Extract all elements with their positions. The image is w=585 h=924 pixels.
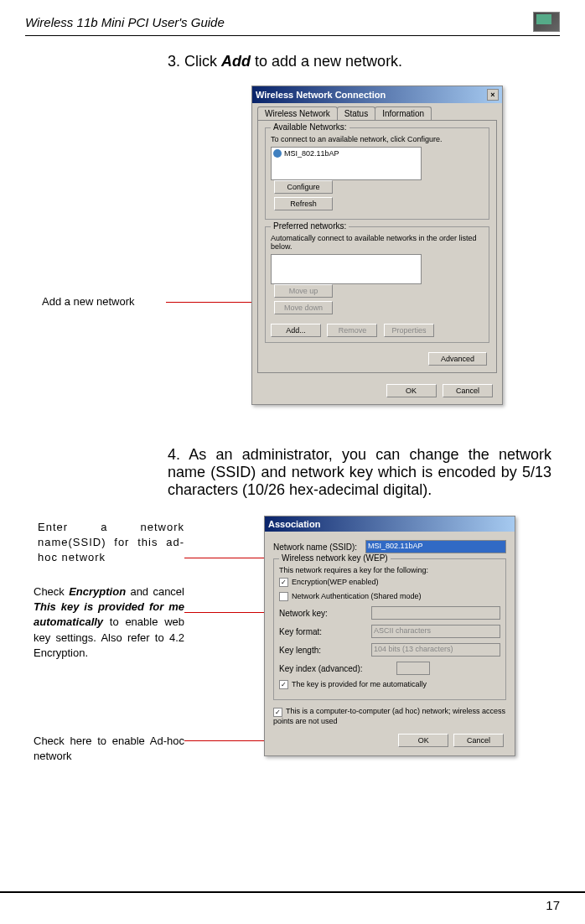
tab-content: Available Networks: To connect to an ava… (257, 120, 497, 373)
screenshot-1-container: Add a new network Wireless Network Conne… (25, 86, 560, 404)
tabs-row: Wireless Network Status Information (252, 103, 502, 120)
dialog-title: Wireless Network Connection (256, 90, 386, 100)
encryption-checkbox[interactable]: ✓ (279, 578, 288, 587)
available-listbox[interactable]: MSI_802.11bAP (271, 147, 422, 180)
ssid-label: Network name (SSID): (273, 542, 365, 552)
keyindex-label: Key index (advanced): (279, 664, 396, 673)
callout-ssid: Enter a network name(SSID) for this ad-h… (38, 520, 184, 566)
wireless-connection-dialog: Wireless Network Connection × Wireless N… (251, 86, 503, 405)
adhoc-checkbox[interactable]: ✓ (273, 708, 282, 717)
step-3-text: 3. Click Add to add a new network. (168, 53, 560, 70)
list-item[interactable]: MSI_802.11bAP (273, 149, 419, 158)
keyformat-select[interactable]: ASCII characters (371, 625, 500, 638)
moveup-button: Move up (274, 284, 333, 298)
ok-button-2[interactable]: OK (398, 734, 448, 747)
association-dialog: Association Network name (SSID): MSI_802… (264, 516, 515, 756)
wep-help: This network requires a key for the foll… (279, 566, 500, 574)
available-networks-fieldset: Available Networks: To connect to an ava… (265, 127, 489, 220)
header-rule (25, 35, 560, 36)
movedown-button: Move down (274, 301, 333, 314)
callout-add-network: Add a new network (42, 295, 135, 308)
dialog2-titlebar: Association (265, 517, 515, 532)
configure-button[interactable]: Configure (274, 180, 333, 194)
dialog-titlebar: Wireless Network Connection × (252, 86, 502, 103)
available-help: To connect to an available network, clic… (271, 135, 484, 143)
tab-information[interactable]: Information (375, 106, 432, 120)
add-button[interactable]: Add... (271, 324, 321, 337)
netauth-label: Network Authentication (Shared mode) (292, 592, 422, 600)
autokey-label: The key is provided for me automatically (292, 680, 427, 688)
encryption-label: Encryption(WEP enabled) (292, 578, 378, 586)
available-legend: Available Networks: (271, 122, 349, 132)
dialog2-body: Network name (SSID): MSI_802.11bAP Wirel… (265, 532, 515, 755)
keylength-select[interactable]: 104 bits (13 characters) (371, 643, 500, 657)
cancel-button-2[interactable]: Cancel (453, 734, 504, 747)
ok-button[interactable]: OK (386, 384, 437, 397)
dialog2-title: Association (268, 519, 320, 529)
adhoc-label: This is a computer-to-computer (ad hoc) … (273, 707, 505, 724)
autokey-checkbox[interactable]: ✓ (279, 680, 288, 689)
close-icon[interactable]: × (487, 89, 499, 101)
page-number: 17 (0, 891, 585, 912)
netauth-checkbox[interactable] (279, 592, 288, 601)
preferred-listbox[interactable] (271, 254, 422, 284)
callout-adhoc: Check here to enable Ad-hoc network (34, 734, 184, 764)
keylength-label: Key length: (279, 646, 371, 655)
tab-status[interactable]: Status (337, 106, 375, 120)
cancel-button[interactable]: Cancel (443, 384, 493, 397)
keyindex-spinner[interactable] (396, 662, 430, 675)
properties-button: Properties (384, 324, 434, 337)
netkey-input[interactable] (371, 606, 500, 620)
keyformat-label: Key format: (279, 627, 371, 636)
refresh-button[interactable]: Refresh (274, 197, 333, 210)
advanced-button[interactable]: Advanced (428, 352, 487, 366)
wifi-icon (273, 149, 282, 158)
ssid-input[interactable]: MSI_802.11bAP (365, 540, 506, 553)
preferred-networks-fieldset: Preferred networks: Automatically connec… (265, 226, 489, 343)
preferred-legend: Preferred networks: (271, 221, 349, 231)
page-header-title: Wireless 11b Mini PCI User's Guide (25, 15, 225, 29)
tab-wireless-network[interactable]: Wireless Network (257, 106, 338, 120)
wep-legend: Wireless network key (WEP) (279, 553, 391, 563)
wep-fieldset: Wireless network key (WEP) This network … (273, 558, 506, 700)
preferred-help: Automatically connect to available netwo… (271, 234, 484, 251)
step-4-text: 4. As an administrator, you can change t… (168, 446, 551, 499)
callout-encryption: Check Encryption and cancel This key is … (34, 584, 184, 661)
screenshot-2-container: Enter a network name(SSID) for this ad-h… (25, 516, 560, 851)
remove-button: Remove (327, 324, 377, 337)
netkey-label: Network key: (279, 609, 371, 618)
guide-logo-icon (533, 12, 560, 32)
